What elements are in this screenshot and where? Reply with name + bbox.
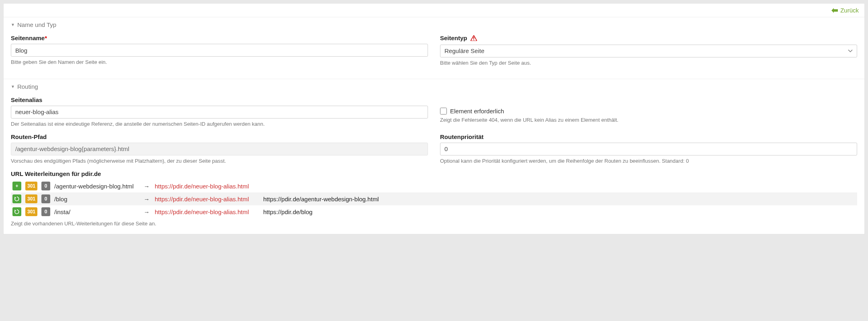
- back-link[interactable]: Zurück: [831, 7, 859, 14]
- redirects-table: + 301 0 /agentur-webdesign-blog.html → h…: [11, 180, 857, 218]
- arrow-right-icon: →: [143, 183, 151, 190]
- redirect-previous: https://pdir.de/agentur-webdesign-blog.h…: [263, 196, 379, 202]
- alias-label: Seitenalias: [11, 96, 428, 103]
- priority-help: Optional kann die Priorität konfiguriert…: [440, 157, 857, 165]
- plus-icon[interactable]: +: [12, 182, 21, 190]
- refresh-icon[interactable]: [12, 207, 21, 216]
- redirect-target: https://pdir.de/neuer-blog-alias.html: [155, 183, 259, 190]
- top-bar: Zurück: [4, 4, 864, 17]
- back-label: Zurück: [840, 7, 859, 14]
- refresh-icon[interactable]: [12, 194, 21, 203]
- redirects-label: URL Weiterleitungen für pdir.de: [11, 170, 857, 177]
- redirect-row: 301 0 /insta/ → https://pdir.de/neuer-bl…: [11, 205, 857, 218]
- redirect-source: /agentur-webdesign-blog.html: [54, 183, 139, 190]
- status-badge-301: 301: [25, 182, 37, 190]
- arrow-left-icon: [831, 8, 838, 13]
- section-name-type: ▼ Name und Typ Seitenname* Bitte geben S…: [4, 17, 864, 79]
- status-badge-0: 0: [41, 207, 50, 216]
- priority-input[interactable]: [440, 143, 857, 155]
- page-type-select[interactable]: Reguläre Seite: [440, 45, 857, 57]
- status-badge-301: 301: [25, 194, 37, 203]
- route-path-help: Vorschau des endgültigen Pfads (mögliche…: [11, 157, 428, 165]
- redirect-source: /blog: [54, 196, 139, 202]
- section-toggle-routing[interactable]: ▼ Routing: [11, 83, 857, 90]
- redirect-row: 301 0 /blog → https://pdir.de/neuer-blog…: [11, 192, 857, 205]
- redirects-help: Zeigt die vorhandenen URL-Weiterleitunge…: [11, 220, 857, 227]
- alias-input[interactable]: [11, 106, 428, 119]
- element-required-checkbox[interactable]: [440, 108, 447, 114]
- element-required-label: Element erforderlich: [450, 108, 504, 114]
- arrow-right-icon: →: [143, 209, 151, 215]
- page-name-help: Bitte geben Sie den Namen der Seite ein.: [11, 59, 428, 66]
- chevron-down-icon: ▼: [11, 84, 15, 89]
- redirect-previous: https://pdir.de/blog: [263, 209, 313, 215]
- redirect-target: https://pdir.de/neuer-blog-alias.html: [155, 209, 259, 215]
- route-path-label: Routen-Pfad: [11, 133, 428, 140]
- redirect-target: https://pdir.de/neuer-blog-alias.html: [155, 196, 259, 202]
- status-badge-0: 0: [41, 182, 50, 190]
- redirect-source: /insta/: [54, 209, 139, 215]
- status-badge-301: 301: [25, 207, 37, 216]
- redirect-row: + 301 0 /agentur-webdesign-blog.html → h…: [11, 180, 857, 192]
- svg-point-0: [473, 39, 474, 40]
- arrow-right-icon: →: [143, 196, 151, 202]
- page-name-label: Seitenname*: [11, 35, 428, 41]
- page-type-help: Bitte wählen Sie den Typ der Seite aus.: [440, 59, 857, 67]
- section-toggle-name-type[interactable]: ▼ Name und Typ: [11, 21, 857, 28]
- route-path-value: /agentur-webdesign-blog{parameters}.html: [11, 143, 428, 155]
- section-title: Routing: [17, 83, 38, 90]
- warning-icon: [471, 35, 477, 42]
- page-type-label: Seitentyp: [440, 35, 857, 42]
- page-name-input[interactable]: [11, 44, 428, 57]
- priority-label: Routenpriorität: [440, 133, 857, 140]
- section-title: Name und Typ: [17, 21, 56, 28]
- section-routing: ▼ Routing Seitenalias Der Seitenalias is…: [4, 79, 864, 235]
- status-badge-0: 0: [41, 194, 50, 203]
- alias-help: Der Seitenalias ist eine eindeutige Refe…: [11, 121, 428, 128]
- element-required-help: Zeigt die Fehlerseite 404, wenn die URL …: [440, 117, 857, 124]
- chevron-down-icon: ▼: [11, 22, 15, 27]
